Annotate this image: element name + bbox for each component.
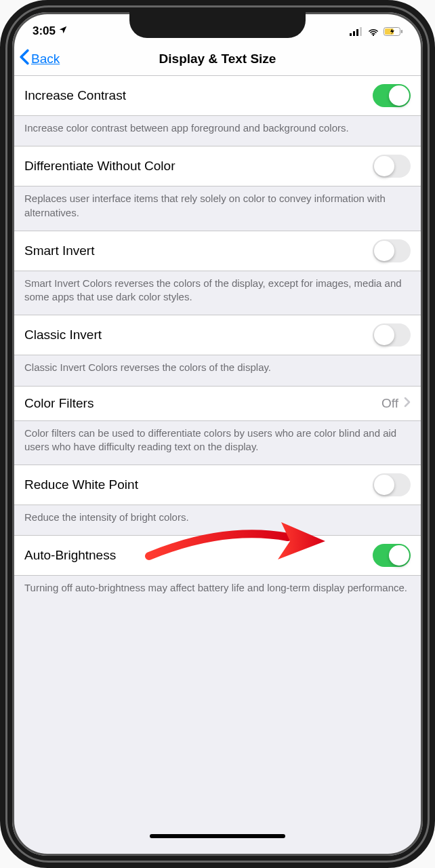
reduce-white-point-toggle[interactable] <box>373 473 411 496</box>
auto-brightness-row[interactable]: Auto-Brightness <box>12 535 423 576</box>
classic-invert-footer: Classic Invert Colors reverses the color… <box>12 355 423 385</box>
row-label: Reduce White Point <box>24 477 138 492</box>
classic-invert-toggle[interactable] <box>373 323 411 347</box>
location-icon <box>58 24 68 38</box>
differentiate-footer: Replaces user interface items that rely … <box>12 186 423 231</box>
svg-rect-3 <box>360 27 362 36</box>
status-right <box>350 27 402 36</box>
color-filters-value: Off <box>381 396 398 411</box>
row-label: Auto-Brightness <box>24 548 116 563</box>
svg-rect-1 <box>353 31 355 36</box>
row-label: Color Filters <box>24 396 94 411</box>
auto-brightness-toggle[interactable] <box>373 544 411 567</box>
settings-list: Increase Contrast Increase color contras… <box>12 76 423 606</box>
smart-invert-toggle[interactable] <box>373 239 411 262</box>
classic-invert-row[interactable]: Classic Invert <box>12 315 423 355</box>
back-label: Back <box>31 52 60 66</box>
wifi-icon <box>367 27 379 36</box>
increase-contrast-footer: Increase color contrast between app fore… <box>12 116 423 146</box>
reduce-white-point-row[interactable]: Reduce White Point <box>12 465 423 505</box>
chevron-left-icon <box>19 49 30 68</box>
increase-contrast-toggle[interactable] <box>373 84 411 107</box>
chevron-right-icon <box>404 396 411 411</box>
status-time: 3:05 <box>33 24 56 38</box>
back-button[interactable]: Back <box>12 49 60 68</box>
color-filters-footer: Color filters can be used to differentia… <box>12 421 423 465</box>
svg-rect-0 <box>350 33 352 36</box>
row-label: Classic Invert <box>24 328 102 342</box>
smart-invert-row[interactable]: Smart Invert <box>12 231 423 271</box>
cellular-signal-icon <box>350 27 363 36</box>
smart-invert-footer: Smart Invert Colors reverses the colors … <box>12 271 423 315</box>
home-indicator[interactable] <box>150 834 285 838</box>
differentiate-without-color-row[interactable]: Differentiate Without Color <box>12 146 423 186</box>
increase-contrast-row[interactable]: Increase Contrast <box>12 76 423 116</box>
color-filters-row[interactable]: Color Filters Off <box>12 386 423 421</box>
auto-brightness-footer: Turning off auto-brightness may affect b… <box>12 576 423 606</box>
row-label: Differentiate Without Color <box>24 159 175 174</box>
svg-rect-6 <box>401 30 402 33</box>
reduce-white-point-footer: Reduce the intensity of bright colors. <box>12 505 423 535</box>
battery-charging-icon <box>384 27 402 36</box>
row-label: Increase Contrast <box>24 88 126 103</box>
page-title: Display & Text Size <box>159 52 276 66</box>
nav-bar: Back Display & Text Size <box>12 42 423 76</box>
row-label: Smart Invert <box>24 243 94 258</box>
differentiate-toggle[interactable] <box>373 155 411 178</box>
svg-rect-2 <box>356 29 358 36</box>
